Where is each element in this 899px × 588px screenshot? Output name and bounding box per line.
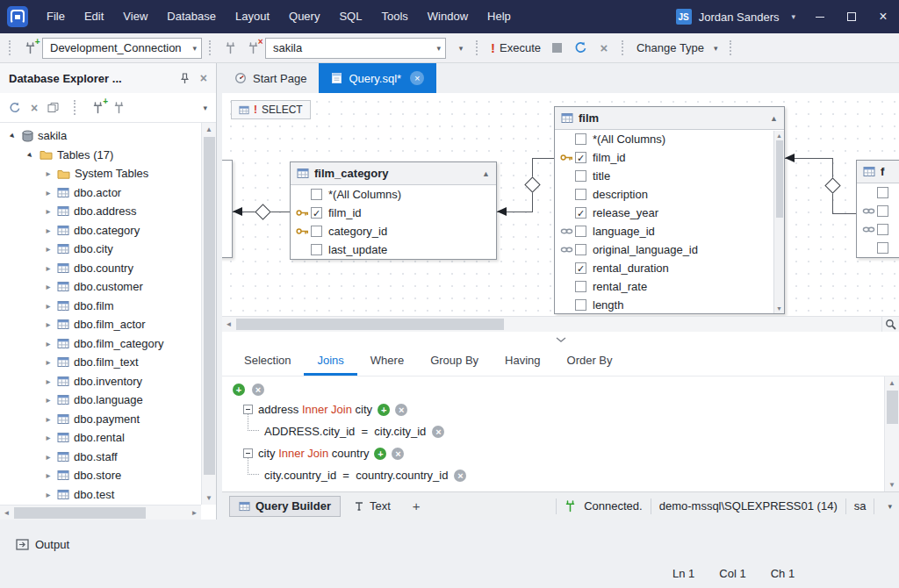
menu-database[interactable]: Database bbox=[157, 0, 226, 33]
close-panel-icon[interactable]: × bbox=[200, 71, 207, 85]
table-card-header[interactable]: f bbox=[857, 161, 899, 183]
tree-item-dbo-category[interactable]: ▸ dbo.category bbox=[0, 221, 201, 240]
explorer-vertical-scrollbar[interactable]: ▲ ▼ bbox=[201, 123, 216, 505]
expander-icon[interactable]: ▸ bbox=[44, 188, 53, 197]
tree-item-dbo-staff[interactable]: ▸ dbo.staff bbox=[0, 448, 201, 467]
tree-item-sakila[interactable]: ▸ sakila bbox=[0, 126, 201, 146]
scroll-up-icon[interactable]: ▲ bbox=[202, 123, 217, 136]
column-row[interactable]: ✓ rental_duration bbox=[555, 259, 773, 277]
builder-tab-group-by[interactable]: Group By bbox=[417, 348, 492, 376]
add-condition-button[interactable]: + bbox=[374, 448, 386, 460]
column-checkbox[interactable] bbox=[877, 205, 888, 217]
table-card-partial-left[interactable] bbox=[222, 160, 233, 258]
menu-file[interactable]: File bbox=[37, 0, 75, 33]
pin-icon[interactable] bbox=[180, 73, 190, 84]
column-row[interactable]: ✓ film_id bbox=[555, 148, 773, 167]
collapse-join-icon[interactable] bbox=[243, 405, 253, 414]
column-row[interactable]: title bbox=[555, 167, 773, 185]
column-checkbox[interactable]: ✓ bbox=[311, 207, 322, 219]
scroll-up-icon[interactable]: ▲ bbox=[774, 131, 785, 140]
refresh-icon[interactable] bbox=[9, 102, 21, 114]
menu-tools[interactable]: Tools bbox=[371, 0, 417, 33]
menu-query[interactable]: Query bbox=[279, 0, 329, 33]
expander-icon[interactable]: ▸ bbox=[44, 470, 53, 480]
scroll-left-icon[interactable]: ◄ bbox=[0, 506, 13, 520]
table-card-header[interactable]: film ▲ bbox=[555, 107, 784, 130]
table-card-header[interactable]: film_category ▲ bbox=[291, 162, 496, 185]
column-checkbox[interactable] bbox=[311, 244, 322, 255]
column-row[interactable]: rental_rate bbox=[555, 277, 773, 296]
remove-condition-button[interactable]: × bbox=[432, 426, 444, 438]
column-checkbox[interactable] bbox=[575, 189, 586, 200]
toolbar-grip[interactable] bbox=[730, 40, 733, 55]
join-group-row[interactable]: address Inner Join city + × bbox=[222, 398, 899, 420]
expander-icon[interactable]: ▸ bbox=[44, 301, 53, 311]
stop-refresh-icon[interactable]: × bbox=[31, 101, 38, 115]
cascade-icon[interactable] bbox=[47, 102, 59, 113]
expander-icon[interactable]: ▸ bbox=[44, 169, 53, 178]
join-group-row[interactable]: city Inner Join country + × bbox=[222, 442, 899, 464]
column-row[interactable]: last_update bbox=[291, 240, 496, 259]
collapse-card-icon[interactable]: ▲ bbox=[770, 114, 778, 123]
add-view-button[interactable]: + bbox=[404, 498, 429, 513]
expander-icon[interactable]: ▸ bbox=[44, 282, 53, 291]
expander-icon[interactable]: ▸ bbox=[44, 414, 53, 424]
toolbar-grip[interactable] bbox=[622, 40, 625, 55]
tree-item-dbo-inventory[interactable]: ▸ dbo.inventory bbox=[0, 372, 201, 391]
tree-item-dbo-film-actor[interactable]: ▸ dbo.film_actor bbox=[0, 315, 201, 334]
stop-button[interactable] bbox=[547, 37, 568, 60]
tree-item-system-tables[interactable]: ▸ System Tables bbox=[0, 164, 201, 183]
table-card-film[interactable]: film ▲ *(All Columns) ✓ film_id title de… bbox=[554, 106, 785, 314]
column-row[interactable]: original_language_id bbox=[555, 240, 773, 259]
tree-item-dbo-country[interactable]: ▸ dbo.country bbox=[0, 259, 201, 278]
column-checkbox[interactable] bbox=[575, 226, 586, 237]
maximize-button[interactable] bbox=[836, 0, 867, 33]
add-condition-button[interactable]: + bbox=[378, 404, 390, 416]
column-checkbox[interactable] bbox=[575, 299, 586, 311]
expander-icon[interactable]: ▸ bbox=[44, 206, 53, 216]
user-avatar[interactable]: JS bbox=[676, 9, 692, 25]
remove-join-button[interactable]: × bbox=[392, 448, 404, 460]
collapse-join-icon[interactable] bbox=[243, 448, 253, 458]
tree-item-tables-17[interactable]: ▸ Tables (17) bbox=[0, 146, 201, 165]
user-name[interactable]: Jordan Sanders bbox=[699, 11, 780, 24]
column-checkbox[interactable] bbox=[575, 170, 586, 182]
expander-icon[interactable]: ▸ bbox=[44, 357, 53, 367]
scroll-down-icon[interactable]: ▼ bbox=[202, 491, 217, 505]
explorer-horizontal-scrollbar[interactable]: ◄ ► bbox=[0, 505, 201, 520]
column-row[interactable]: ✓ film_id bbox=[291, 204, 496, 222]
table-card-partial-right[interactable]: f bbox=[856, 160, 899, 258]
close-button[interactable]: × bbox=[867, 0, 899, 33]
tree-item-dbo-film-category[interactable]: ▸ dbo.film_category bbox=[0, 334, 201, 354]
login-name[interactable]: sa bbox=[854, 499, 867, 513]
expander-icon[interactable]: ▸ bbox=[44, 226, 53, 235]
tree-item-dbo-city[interactable]: ▸ dbo.city bbox=[0, 240, 201, 259]
column-row[interactable]: ✓ release_year bbox=[555, 204, 773, 222]
joins-vertical-scrollbar[interactable]: ▲ ▼ bbox=[884, 376, 899, 491]
edit-connection-button[interactable] bbox=[219, 37, 241, 60]
tab-start-page[interactable]: Start Page bbox=[222, 63, 319, 93]
join-connector-line[interactable] bbox=[532, 158, 554, 159]
column-checkbox[interactable] bbox=[575, 133, 586, 145]
join-diamond-icon[interactable] bbox=[524, 176, 540, 192]
expander-icon[interactable]: ▸ bbox=[44, 395, 53, 405]
scrollbar-thumb[interactable] bbox=[776, 140, 783, 218]
card-vertical-scrollbar[interactable]: ▲ ▼ bbox=[773, 131, 784, 313]
column-row[interactable]: language_id bbox=[555, 222, 773, 240]
chevron-down-icon[interactable]: ▾ bbox=[203, 104, 207, 112]
tree-item-dbo-rental[interactable]: ▸ dbo.rental bbox=[0, 428, 201, 448]
scroll-up-icon[interactable]: ▲ bbox=[885, 376, 899, 390]
tree-item-dbo-actor[interactable]: ▸ dbo.actor bbox=[0, 183, 201, 203]
new-connection-icon[interactable]: + bbox=[92, 102, 104, 114]
table-card-film-category[interactable]: film_category ▲ *(All Columns) ✓ film_id… bbox=[290, 161, 497, 260]
column-row[interactable]: category_id bbox=[291, 222, 496, 240]
expander-icon[interactable]: ▸ bbox=[25, 148, 38, 161]
expander-icon[interactable]: ▸ bbox=[44, 452, 53, 462]
tree-item-dbo-film[interactable]: ▸ dbo.film bbox=[0, 297, 201, 316]
column-checkbox[interactable]: ✓ bbox=[575, 152, 586, 163]
column-row[interactable]: *(All Columns) bbox=[291, 185, 496, 204]
tree-item-dbo-store[interactable]: ▸ dbo.store bbox=[0, 466, 201, 485]
tree-item-dbo-address[interactable]: ▸ dbo.address bbox=[0, 202, 201, 221]
refresh-button[interactable] bbox=[570, 37, 592, 60]
user-menu-chevron-icon[interactable]: ▾ bbox=[782, 12, 804, 21]
